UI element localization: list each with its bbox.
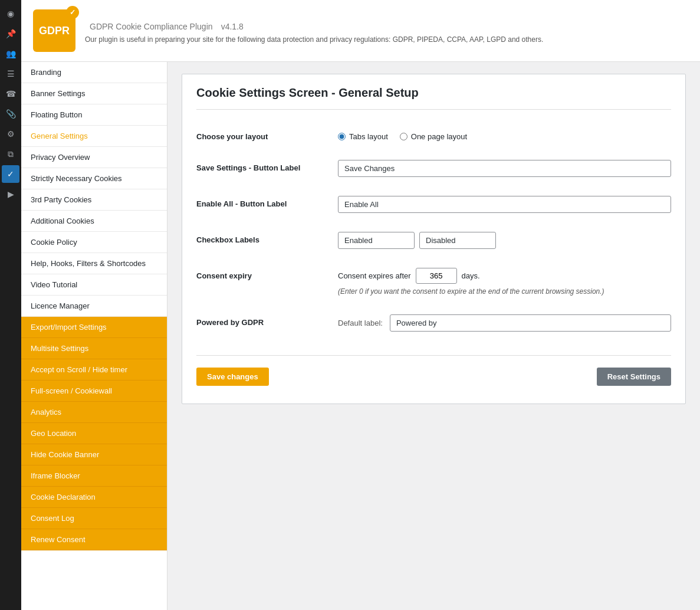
nav-item-general-settings[interactable]: General Settings bbox=[21, 126, 167, 147]
powered-default-text: Default label: bbox=[338, 319, 383, 327]
consent-suffix: days. bbox=[462, 271, 480, 280]
nav-item-banner-settings[interactable]: Banner Settings bbox=[21, 83, 167, 104]
powered-by-label: Powered by GDPR bbox=[196, 314, 326, 327]
nav-item-branding[interactable]: Branding bbox=[21, 62, 167, 83]
plugin-title-area: GDPR Cookie Compliance Plugin v4.1.8 Our… bbox=[85, 18, 543, 44]
action-row: Save changes Reset Settings bbox=[196, 355, 671, 386]
sidebar-icon-wrench[interactable]: ⚙ bbox=[2, 125, 19, 143]
nav-item-renew-consent[interactable]: Renew Consent bbox=[21, 529, 167, 550]
enable-all-control bbox=[338, 196, 671, 213]
nav-item-fullscreen[interactable]: Full-screen / Cookiewall bbox=[21, 381, 167, 402]
sidebar-icon-bookmark[interactable]: 📎 bbox=[2, 105, 19, 123]
nav-item-video-tutorial[interactable]: Video Tutorial bbox=[21, 274, 167, 296]
sidebar-icon-pin[interactable]: 📌 bbox=[2, 25, 19, 42]
nav-item-multisite[interactable]: Multisite Settings bbox=[21, 338, 167, 359]
page-title: Cookie Settings Screen - General Setup bbox=[196, 86, 671, 110]
save-button-label-label: Save Settings - Button Label bbox=[196, 160, 326, 172]
onepage-layout-option[interactable]: One page layout bbox=[400, 132, 467, 141]
layout-row: Choose your layout Tabs layout One page … bbox=[196, 119, 671, 150]
consent-expiry-row: Consent expiry Consent expires after day… bbox=[196, 258, 671, 305]
nav-item-licence-manager[interactable]: Licence Manager bbox=[21, 296, 167, 317]
save-changes-button[interactable]: Save changes bbox=[196, 368, 269, 386]
enable-all-row: Enable All - Button Label bbox=[196, 186, 671, 222]
nav-item-3rd-party[interactable]: 3rd Party Cookies bbox=[21, 189, 167, 211]
onepage-layout-radio[interactable] bbox=[400, 133, 407, 140]
wp-admin-sidebar: ◉ 📌 👥 ☰ ☎ 📎 ⚙ ⧉ ✓ ▶ bbox=[0, 0, 21, 610]
nav-item-help-hooks[interactable]: Help, Hooks, Filters & Shortcodes bbox=[21, 253, 167, 274]
powered-by-inline: Default label: bbox=[338, 314, 671, 332]
disabled-label-input[interactable] bbox=[419, 232, 496, 249]
plugin-logo: GDPR ✓ bbox=[33, 9, 75, 52]
nav-item-iframe-blocker[interactable]: Iframe Blocker bbox=[21, 465, 167, 487]
enabled-label-input[interactable] bbox=[338, 232, 415, 249]
sidebar-icon-play[interactable]: ▶ bbox=[2, 185, 19, 203]
powered-by-input[interactable] bbox=[390, 314, 671, 332]
enable-all-input[interactable] bbox=[338, 196, 671, 213]
nav-item-cookie-policy[interactable]: Cookie Policy bbox=[21, 232, 167, 253]
tabs-layout-option[interactable]: Tabs layout bbox=[338, 132, 388, 141]
nav-item-analytics[interactable]: Analytics bbox=[21, 402, 167, 423]
layout-control: Tabs layout One page layout bbox=[338, 129, 671, 141]
save-button-label-row: Save Settings - Button Label bbox=[196, 150, 671, 186]
nav-item-geo-location[interactable]: Geo Location bbox=[21, 423, 167, 444]
powered-by-row: Powered by GDPR Default label: bbox=[196, 305, 671, 341]
save-button-label-input[interactable] bbox=[338, 160, 671, 177]
reset-settings-button[interactable]: Reset Settings bbox=[597, 368, 671, 386]
onepage-layout-label: One page layout bbox=[411, 132, 467, 141]
content-area: Branding Banner Settings Floating Button… bbox=[21, 62, 700, 610]
consent-expiry-inline: Consent expires after days. bbox=[338, 268, 671, 284]
consent-note: (Enter 0 if you want the consent to expi… bbox=[338, 287, 671, 296]
nav-item-privacy-overview[interactable]: Privacy Overview bbox=[21, 147, 167, 168]
left-nav: Branding Banner Settings Floating Button… bbox=[21, 62, 167, 610]
main-wrap: GDPR ✓ GDPR Cookie Compliance Plugin v4.… bbox=[21, 0, 700, 610]
sidebar-icon-layers[interactable]: ☰ bbox=[2, 65, 19, 83]
checkbox-labels-label: Checkbox Labels bbox=[196, 232, 326, 244]
layout-label: Choose your layout bbox=[196, 129, 326, 141]
main-panel: Cookie Settings Screen - General Setup C… bbox=[167, 62, 700, 610]
checkbox-labels-row: Checkbox Labels bbox=[196, 222, 671, 258]
logo-check-icon: ✓ bbox=[66, 6, 79, 19]
sidebar-icon-users[interactable]: 👥 bbox=[2, 45, 19, 63]
enable-all-label: Enable All - Button Label bbox=[196, 196, 326, 208]
checkbox-labels-control bbox=[338, 232, 671, 249]
plugin-version: v4.1.8 bbox=[221, 22, 244, 31]
nav-item-consent-log[interactable]: Consent Log bbox=[21, 508, 167, 529]
consent-expiry-label: Consent expiry bbox=[196, 268, 326, 280]
consent-prefix: Consent expires after bbox=[338, 271, 411, 280]
checkbox-group bbox=[338, 232, 671, 249]
plugin-description: Our plugin is useful in preparing your s… bbox=[85, 35, 543, 44]
nav-item-additional-cookies[interactable]: Additional Cookies bbox=[21, 211, 167, 232]
nav-item-accept-scroll[interactable]: Accept on Scroll / Hide timer bbox=[21, 359, 167, 381]
consent-days-input[interactable] bbox=[416, 268, 457, 284]
sidebar-icon-gdpr[interactable]: ✓ bbox=[2, 165, 19, 183]
sidebar-icon-chat[interactable]: ☎ bbox=[2, 85, 19, 103]
nav-item-strictly-necessary[interactable]: Strictly Necessary Cookies bbox=[21, 168, 167, 189]
nav-item-hide-banner[interactable]: Hide Cookie Banner bbox=[21, 444, 167, 465]
nav-item-export-import[interactable]: Export/Import Settings bbox=[21, 317, 167, 338]
save-button-label-control bbox=[338, 160, 671, 177]
settings-box: Cookie Settings Screen - General Setup C… bbox=[182, 74, 686, 404]
sidebar-icon-grid[interactable]: ⧉ bbox=[2, 145, 19, 163]
consent-expiry-control: Consent expires after days. (Enter 0 if … bbox=[338, 268, 671, 296]
nav-item-floating-button[interactable]: Floating Button bbox=[21, 104, 167, 126]
plugin-header: GDPR ✓ GDPR Cookie Compliance Plugin v4.… bbox=[21, 0, 700, 62]
layout-radio-group: Tabs layout One page layout bbox=[338, 129, 671, 141]
nav-item-cookie-declaration[interactable]: Cookie Declaration bbox=[21, 487, 167, 508]
tabs-layout-label: Tabs layout bbox=[349, 132, 388, 141]
plugin-title: GDPR Cookie Compliance Plugin v4.1.8 bbox=[85, 18, 543, 33]
logo-text: GDPR bbox=[39, 25, 70, 37]
powered-by-control: Default label: bbox=[338, 314, 671, 332]
tabs-layout-radio[interactable] bbox=[338, 133, 346, 140]
sidebar-icon-globe[interactable]: ◉ bbox=[2, 5, 19, 22]
